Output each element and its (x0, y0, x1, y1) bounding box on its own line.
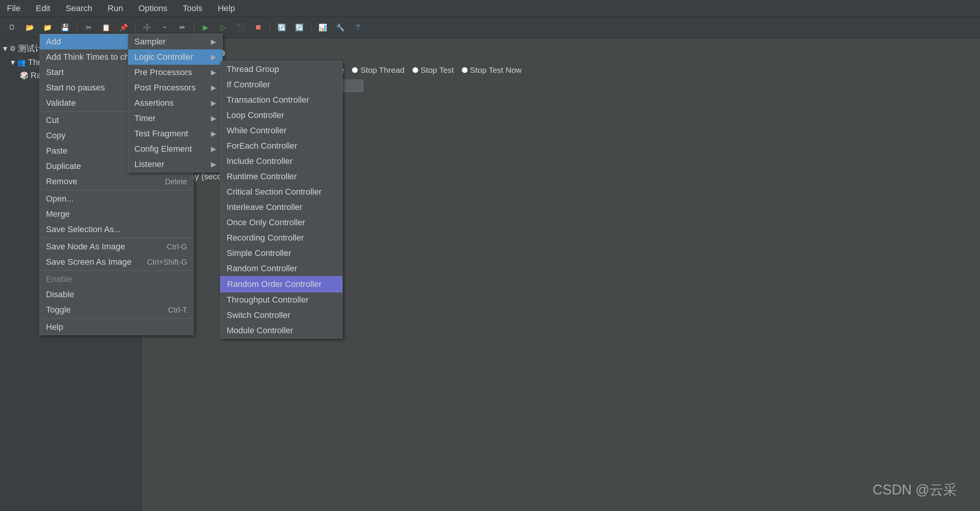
lc-while-controller[interactable]: While Controller (220, 123, 342, 138)
copy-button[interactable]: 📋 (98, 20, 114, 35)
lc-recording-controller[interactable]: Recording Controller (220, 230, 342, 246)
lc-throughput-controller[interactable]: Throughput Controller (220, 292, 342, 308)
lc-thread-group[interactable]: Thread Group (220, 62, 342, 77)
sep2 (135, 21, 136, 34)
lc-random-order-controller[interactable]: Random Order Controller (220, 276, 342, 292)
ctx-merge[interactable]: Merge (40, 206, 193, 222)
lc-foreach-controller[interactable]: ForEach Controller (220, 138, 342, 154)
draw-button[interactable]: ✏ (175, 20, 190, 35)
ctx-sep3 (40, 238, 193, 238)
menu-tools[interactable]: Tools (180, 2, 205, 15)
sampler-arrow-icon: ▶ (211, 38, 216, 46)
ctx-enable: Enable (40, 272, 193, 287)
lc-random-controller[interactable]: Random Controller (220, 261, 342, 276)
ctx-sep2 (40, 190, 193, 190)
action-stop-test-now[interactable]: Stop Test Now (462, 66, 522, 75)
menu-help[interactable]: Help (215, 2, 238, 15)
timer-arrow-icon: ▶ (211, 114, 216, 123)
play-no-pause-button[interactable]: ▷ (216, 20, 231, 35)
stop-button[interactable]: ⬛ (233, 20, 248, 35)
clear-all-button[interactable]: 🔄 (292, 20, 307, 35)
submenu-add-post[interactable]: Post Processors ▶ (128, 80, 222, 95)
lc-if-controller[interactable]: If Controller (220, 77, 342, 92)
watermark: CSDN @云采 (872, 481, 957, 500)
menu-edit[interactable]: Edit (33, 2, 53, 15)
play-button[interactable]: ▶ (198, 20, 213, 35)
folder-button[interactable]: 📁 (40, 20, 55, 35)
submenu-logic: Thread Group If Controller Transaction C… (220, 61, 343, 339)
save-button[interactable]: 💾 (57, 20, 73, 35)
lc-runtime-controller[interactable]: Runtime Controller (220, 169, 342, 184)
ctx-sep4 (40, 270, 193, 271)
clear-button[interactable]: 🔃 (274, 20, 289, 35)
sep5 (311, 21, 311, 34)
sep4 (270, 21, 270, 34)
ctx-help[interactable]: Help (40, 319, 193, 335)
assertions-arrow-icon: ▶ (211, 99, 216, 107)
submenu-add: Sampler ▶ Logic Controller ▶ Pre Process… (128, 34, 223, 172)
ctx-save-screen[interactable]: Save Screen As Image Ctrl+Shift-G (40, 254, 193, 270)
submenu-add-timer[interactable]: Timer ▶ (128, 111, 222, 126)
submenu-add-assertions[interactable]: Assertions ▶ (128, 95, 222, 111)
submenu-add-test-fragment[interactable]: Test Fragment ▶ (128, 126, 222, 141)
listener-arrow-icon: ▶ (211, 160, 216, 169)
sep3 (194, 21, 194, 34)
ctx-sep5 (40, 318, 193, 319)
lc-switch-controller[interactable]: Switch Controller (220, 308, 342, 323)
sep1 (77, 21, 77, 34)
config-arrow-icon: ▶ (211, 145, 216, 153)
submenu-add-logic[interactable]: Logic Controller ▶ (128, 49, 222, 65)
tools-button[interactable]: 🔧 (333, 20, 348, 35)
menu-file[interactable]: File (4, 2, 23, 15)
ctx-toggle[interactable]: Toggle Ctrl-T (40, 302, 193, 318)
panel-title: Thread Group (149, 46, 972, 59)
menu-search[interactable]: Search (62, 2, 95, 15)
tree-arrow-tg: ▾ (11, 57, 15, 67)
pre-arrow-icon: ▶ (211, 68, 216, 77)
ctx-remove[interactable]: Remove Delete (40, 174, 193, 189)
post-arrow-icon: ▶ (211, 84, 216, 92)
submenu-add-pre[interactable]: Pre Processors ▶ (128, 65, 222, 80)
submenu-add-sampler[interactable]: Sampler ▶ (128, 34, 222, 49)
template-button[interactable]: 📊 (315, 20, 330, 35)
lc-transaction-controller[interactable]: Transaction Controller (220, 92, 342, 108)
remove-button[interactable]: − (157, 20, 172, 35)
ctx-disable[interactable]: Disable (40, 287, 193, 302)
menu-run[interactable]: Run (105, 2, 126, 15)
new-button[interactable]: 🗋 (5, 20, 20, 35)
help-icon-button[interactable]: ? (350, 20, 366, 35)
lc-loop-controller[interactable]: Loop Controller (220, 108, 342, 123)
lc-simple-controller[interactable]: Simple Controller (220, 246, 342, 261)
action-stop-thread[interactable]: Stop Thread (352, 66, 404, 75)
test-fragment-arrow-icon: ▶ (211, 129, 216, 138)
stop-now-button[interactable]: ⏹ (251, 20, 266, 35)
lc-interleave-controller[interactable]: Interleave Controller (220, 200, 342, 215)
ctx-save-selection[interactable]: Save Selection As... (40, 222, 193, 237)
paste-button[interactable]: 📌 (116, 20, 131, 35)
menubar: File Edit Search Run Options Tools Help (0, 0, 980, 17)
submenu-add-listener[interactable]: Listener ▶ (128, 157, 222, 172)
lc-include-controller[interactable]: Include Controller (220, 154, 342, 169)
ctx-save-node[interactable]: Save Node As Image Ctrl-G (40, 239, 193, 254)
submenu-add-config[interactable]: Config Element ▶ (128, 141, 222, 157)
cut-button[interactable]: ✂ (81, 20, 96, 35)
lc-critical-section-controller[interactable]: Critical Section Controller (220, 184, 342, 200)
add-button[interactable]: ➕ (139, 20, 155, 35)
tree-arrow-root: ▾ (3, 44, 7, 54)
menu-options[interactable]: Options (135, 2, 170, 15)
open-button[interactable]: 📂 (22, 20, 38, 35)
logic-arrow-icon: ▶ (211, 53, 216, 61)
action-stop-test[interactable]: Stop Test (412, 66, 454, 75)
lc-module-controller[interactable]: Module Controller (220, 323, 342, 338)
lc-once-only-controller[interactable]: Once Only Controller (220, 215, 342, 230)
ctx-open[interactable]: Open... (40, 191, 193, 206)
